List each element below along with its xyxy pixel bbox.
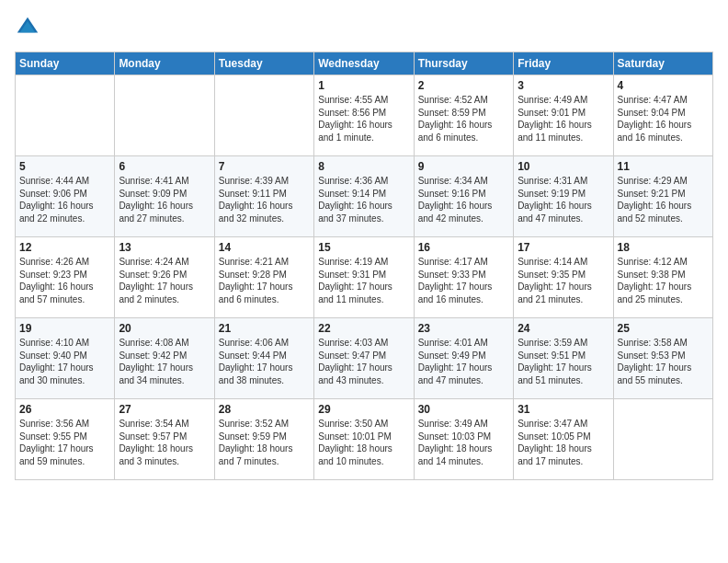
calendar-cell: 28Sunrise: 3:52 AMSunset: 9:59 PMDayligh… <box>214 399 313 480</box>
calendar-cell: 19Sunrise: 4:10 AMSunset: 9:40 PMDayligh… <box>16 318 115 399</box>
calendar-cell: 9Sunrise: 4:34 AMSunset: 9:16 PMDaylight… <box>414 156 513 237</box>
day-info: Sunrise: 4:08 AMSunset: 9:42 PMDaylight:… <box>119 337 210 386</box>
day-info: Sunrise: 4:03 AMSunset: 9:47 PMDaylight:… <box>318 337 409 386</box>
week-row-3: 12Sunrise: 4:26 AMSunset: 9:23 PMDayligh… <box>16 237 713 318</box>
logo-icon <box>15 15 40 40</box>
day-number: 9 <box>418 160 509 173</box>
calendar-cell <box>214 75 313 156</box>
page-header <box>15 15 713 40</box>
calendar-cell: 20Sunrise: 4:08 AMSunset: 9:42 PMDayligh… <box>115 318 214 399</box>
day-info: Sunrise: 3:50 AMSunset: 10:01 PMDaylight… <box>318 418 409 467</box>
day-number: 26 <box>19 403 110 416</box>
day-number: 11 <box>618 160 709 173</box>
day-info: Sunrise: 3:58 AMSunset: 9:53 PMDaylight:… <box>618 337 709 386</box>
calendar-cell: 15Sunrise: 4:19 AMSunset: 9:31 PMDayligh… <box>314 237 414 318</box>
day-number: 10 <box>518 160 609 173</box>
calendar-cell: 31Sunrise: 3:47 AMSunset: 10:05 PMDaylig… <box>514 399 613 480</box>
day-info: Sunrise: 3:47 AMSunset: 10:05 PMDaylight… <box>518 418 609 467</box>
calendar-cell: 27Sunrise: 3:54 AMSunset: 9:57 PMDayligh… <box>115 399 214 480</box>
day-header-saturday: Saturday <box>613 52 712 75</box>
day-number: 13 <box>119 241 210 254</box>
week-row-2: 5Sunrise: 4:44 AMSunset: 9:06 PMDaylight… <box>16 156 713 237</box>
day-number: 5 <box>19 160 110 173</box>
calendar-cell: 22Sunrise: 4:03 AMSunset: 9:47 PMDayligh… <box>314 318 414 399</box>
day-info: Sunrise: 4:47 AMSunset: 9:04 PMDaylight:… <box>618 94 709 144</box>
day-number: 27 <box>119 403 210 416</box>
calendar-cell <box>115 75 214 156</box>
day-info: Sunrise: 4:29 AMSunset: 9:21 PMDaylight:… <box>618 175 709 224</box>
day-number: 3 <box>518 79 609 92</box>
day-info: Sunrise: 3:56 AMSunset: 9:55 PMDaylight:… <box>19 418 110 467</box>
day-number: 19 <box>19 322 110 335</box>
calendar-cell: 4Sunrise: 4:47 AMSunset: 9:04 PMDaylight… <box>613 75 712 156</box>
day-number: 8 <box>318 160 409 173</box>
day-number: 17 <box>518 241 609 254</box>
calendar-cell: 8Sunrise: 4:36 AMSunset: 9:14 PMDaylight… <box>314 156 414 237</box>
day-info: Sunrise: 4:39 AMSunset: 9:11 PMDaylight:… <box>219 175 310 224</box>
day-info: Sunrise: 4:21 AMSunset: 9:28 PMDaylight:… <box>219 256 310 305</box>
calendar-cell: 3Sunrise: 4:49 AMSunset: 9:01 PMDaylight… <box>514 75 613 156</box>
day-number: 23 <box>418 322 509 335</box>
day-info: Sunrise: 3:52 AMSunset: 9:59 PMDaylight:… <box>219 418 310 467</box>
day-header-monday: Monday <box>115 52 214 75</box>
day-headers-row: SundayMondayTuesdayWednesdayThursdayFrid… <box>16 52 713 75</box>
day-info: Sunrise: 4:49 AMSunset: 9:01 PMDaylight:… <box>518 94 609 144</box>
calendar-cell: 12Sunrise: 4:26 AMSunset: 9:23 PMDayligh… <box>16 237 115 318</box>
calendar-cell: 14Sunrise: 4:21 AMSunset: 9:28 PMDayligh… <box>214 237 313 318</box>
day-number: 7 <box>219 160 310 173</box>
day-header-tuesday: Tuesday <box>214 52 313 75</box>
day-header-sunday: Sunday <box>16 52 115 75</box>
day-number: 14 <box>219 241 310 254</box>
day-info: Sunrise: 3:49 AMSunset: 10:03 PMDaylight… <box>418 418 509 467</box>
day-info: Sunrise: 4:41 AMSunset: 9:09 PMDaylight:… <box>119 175 210 224</box>
day-info: Sunrise: 4:36 AMSunset: 9:14 PMDaylight:… <box>318 175 409 224</box>
calendar-cell: 23Sunrise: 4:01 AMSunset: 9:49 PMDayligh… <box>414 318 513 399</box>
day-number: 31 <box>518 403 609 416</box>
day-info: Sunrise: 4:01 AMSunset: 9:49 PMDaylight:… <box>418 337 509 386</box>
day-number: 21 <box>219 322 310 335</box>
logo <box>15 15 44 40</box>
day-number: 18 <box>618 241 709 254</box>
day-number: 1 <box>318 79 409 92</box>
day-number: 28 <box>219 403 310 416</box>
calendar-cell: 29Sunrise: 3:50 AMSunset: 10:01 PMDaylig… <box>314 399 414 480</box>
day-info: Sunrise: 4:26 AMSunset: 9:23 PMDaylight:… <box>19 256 110 305</box>
calendar-cell: 6Sunrise: 4:41 AMSunset: 9:09 PMDaylight… <box>115 156 214 237</box>
calendar-cell: 7Sunrise: 4:39 AMSunset: 9:11 PMDaylight… <box>214 156 313 237</box>
day-number: 30 <box>418 403 509 416</box>
day-info: Sunrise: 3:59 AMSunset: 9:51 PMDaylight:… <box>518 337 609 386</box>
day-header-friday: Friday <box>514 52 613 75</box>
calendar-cell: 16Sunrise: 4:17 AMSunset: 9:33 PMDayligh… <box>414 237 513 318</box>
day-info: Sunrise: 4:44 AMSunset: 9:06 PMDaylight:… <box>19 175 110 224</box>
day-info: Sunrise: 4:06 AMSunset: 9:44 PMDaylight:… <box>219 337 310 386</box>
day-number: 16 <box>418 241 509 254</box>
calendar-cell: 25Sunrise: 3:58 AMSunset: 9:53 PMDayligh… <box>613 318 712 399</box>
day-header-wednesday: Wednesday <box>314 52 414 75</box>
day-number: 2 <box>418 79 509 92</box>
day-info: Sunrise: 4:52 AMSunset: 8:59 PMDaylight:… <box>418 94 509 144</box>
week-row-1: 1Sunrise: 4:55 AMSunset: 8:56 PMDaylight… <box>16 75 713 156</box>
day-number: 15 <box>318 241 409 254</box>
week-row-5: 26Sunrise: 3:56 AMSunset: 9:55 PMDayligh… <box>16 399 713 480</box>
day-info: Sunrise: 4:10 AMSunset: 9:40 PMDaylight:… <box>19 337 110 386</box>
day-number: 20 <box>119 322 210 335</box>
day-number: 24 <box>518 322 609 335</box>
day-info: Sunrise: 4:12 AMSunset: 9:38 PMDaylight:… <box>618 256 709 305</box>
day-header-thursday: Thursday <box>414 52 513 75</box>
calendar-cell: 1Sunrise: 4:55 AMSunset: 8:56 PMDaylight… <box>314 75 414 156</box>
day-info: Sunrise: 4:55 AMSunset: 8:56 PMDaylight:… <box>318 94 409 144</box>
calendar-cell <box>613 399 712 480</box>
calendar-cell: 26Sunrise: 3:56 AMSunset: 9:55 PMDayligh… <box>16 399 115 480</box>
week-row-4: 19Sunrise: 4:10 AMSunset: 9:40 PMDayligh… <box>16 318 713 399</box>
day-info: Sunrise: 4:19 AMSunset: 9:31 PMDaylight:… <box>318 256 409 305</box>
day-info: Sunrise: 4:34 AMSunset: 9:16 PMDaylight:… <box>418 175 509 224</box>
day-info: Sunrise: 4:31 AMSunset: 9:19 PMDaylight:… <box>518 175 609 224</box>
calendar-cell: 2Sunrise: 4:52 AMSunset: 8:59 PMDaylight… <box>414 75 513 156</box>
day-number: 22 <box>318 322 409 335</box>
calendar-cell: 5Sunrise: 4:44 AMSunset: 9:06 PMDaylight… <box>16 156 115 237</box>
day-number: 6 <box>119 160 210 173</box>
calendar-cell: 11Sunrise: 4:29 AMSunset: 9:21 PMDayligh… <box>613 156 712 237</box>
calendar-cell: 13Sunrise: 4:24 AMSunset: 9:26 PMDayligh… <box>115 237 214 318</box>
calendar-cell <box>16 75 115 156</box>
calendar-cell: 17Sunrise: 4:14 AMSunset: 9:35 PMDayligh… <box>514 237 613 318</box>
